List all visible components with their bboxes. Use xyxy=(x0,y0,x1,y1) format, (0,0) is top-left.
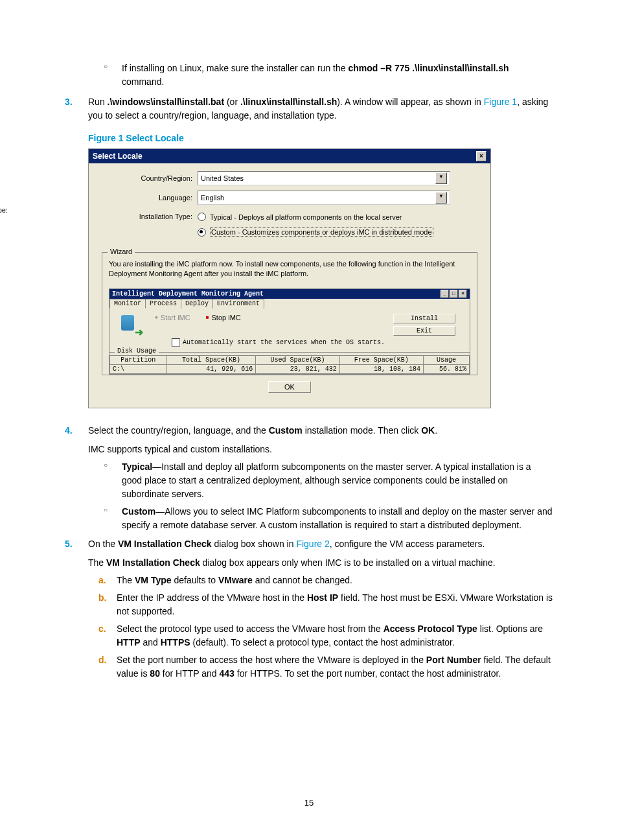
radio-typical-label: Typical - Deploys all platform component… xyxy=(210,213,402,221)
text: Custom xyxy=(269,425,303,436)
tab-process[interactable]: Process xyxy=(145,299,181,309)
language-combo[interactable]: English ▼ xyxy=(198,191,450,205)
maximize-icon[interactable]: □ xyxy=(450,290,458,298)
text: HTTP xyxy=(117,637,141,648)
text: defaults to xyxy=(172,575,218,585)
radio-typical[interactable] xyxy=(198,213,206,221)
text: for HTTPS. To set the port number, conta… xyxy=(235,668,501,679)
cell: 23, 821, 432 xyxy=(256,364,339,373)
install-button[interactable]: Install xyxy=(393,314,455,323)
step-marker: 4. xyxy=(65,424,73,438)
text: The xyxy=(117,575,135,585)
text: and xyxy=(141,637,161,648)
text: list. Options are xyxy=(477,624,543,634)
cell: C:\ xyxy=(110,364,167,373)
inner-window-title: Intelligent Deployment Monitoring Agent xyxy=(112,290,264,298)
cell: 41, 929, 616 xyxy=(166,364,256,373)
ok-button[interactable]: OK xyxy=(268,381,311,393)
text: . xyxy=(435,425,437,436)
chevron-down-icon[interactable]: ▼ xyxy=(435,172,447,184)
radio-custom[interactable] xyxy=(198,228,206,237)
text: 80 xyxy=(150,668,160,679)
text: (default). To select a protocol type, co… xyxy=(190,637,455,648)
text: Set the port number to access the host w… xyxy=(117,655,426,665)
col-free: Free Space(KB) xyxy=(339,355,423,364)
select-locale-dialog: Select Locale × Country/Region: United S… xyxy=(88,148,491,408)
text: Run xyxy=(88,97,108,107)
text: installation mode. Then click xyxy=(303,425,421,436)
col-partition: Partition xyxy=(110,355,167,364)
alpha-marker: d. xyxy=(98,653,106,667)
col-total: Total Space(KB) xyxy=(166,355,256,364)
text: —Allows you to select IMC Platform subco… xyxy=(122,506,553,530)
command-text: chmod –R 775 .\linux\install\install.sh xyxy=(348,63,509,73)
text: If installing on Linux, make sure the in… xyxy=(122,63,348,73)
custom-bullet: Custom—Allows you to select IMC Platform… xyxy=(104,505,553,532)
text: ). A window will appear, as shown in xyxy=(337,97,483,107)
alpha-marker: a. xyxy=(98,574,106,587)
country-combo[interactable]: United States ▼ xyxy=(198,171,450,185)
minimize-icon[interactable]: _ xyxy=(441,290,449,298)
dialog-title: Select Locale xyxy=(93,152,143,161)
cell: 56. 81% xyxy=(424,364,470,373)
autostart-checkbox[interactable] xyxy=(172,338,180,347)
disk-usage-legend: Disk Usage xyxy=(115,347,159,355)
figure-caption: Figure 1 Select Locale xyxy=(88,133,553,143)
step-5c: c. Select the protocol type used to acce… xyxy=(98,622,553,649)
text: On the xyxy=(88,539,118,549)
text: for HTTP and xyxy=(160,668,220,679)
dialog-title-bar: Select Locale × xyxy=(89,149,490,163)
autostart-label: Automatically start the services when th… xyxy=(183,339,385,346)
text: Select the country/region, language, and… xyxy=(88,425,269,436)
text: —Install and deploy all platform subcomp… xyxy=(122,461,531,499)
command-text: .\windows\install\install.bat xyxy=(108,97,224,107)
text: Port Number xyxy=(426,655,481,665)
command-text: .\linux\install\install.sh xyxy=(240,97,337,107)
step-5d: d. Set the port number to access the hos… xyxy=(98,653,553,681)
country-label: Country/Region: xyxy=(102,174,198,182)
figure-link[interactable]: Figure 1 xyxy=(484,97,517,107)
language-label: Language: xyxy=(102,194,198,202)
figure-link[interactable]: Figure 2 xyxy=(296,539,329,549)
step-5b: b. Enter the IP address of the VMware ho… xyxy=(98,591,553,618)
text: The xyxy=(88,557,106,568)
tab-deploy[interactable]: Deploy xyxy=(181,299,213,309)
text: IMC supports typical and custom installa… xyxy=(88,443,553,456)
cell: 18, 108, 184 xyxy=(339,364,423,373)
text: Select the protocol type used to access … xyxy=(117,624,383,634)
country-value: United States xyxy=(201,174,244,182)
text: Custom xyxy=(122,506,155,517)
page-number: 15 xyxy=(0,798,618,808)
text: Access Protocol Type xyxy=(383,624,477,634)
step-5a: a. The VM Type defaults to VMware and ca… xyxy=(98,574,553,587)
text: Typical xyxy=(122,461,152,472)
monitoring-agent-window: Intelligent Deployment Monitoring Agent … xyxy=(109,288,470,375)
exit-button[interactable]: Exit xyxy=(393,326,455,336)
col-used: Used Space(KB) xyxy=(256,355,339,364)
start-imc-button: Start iMC xyxy=(155,314,190,321)
stop-imc-button[interactable]: Stop iMC xyxy=(206,314,241,321)
text: dialog box appears only when IMC is to b… xyxy=(200,557,496,568)
close-icon[interactable]: × xyxy=(459,290,467,298)
text: and cannot be changed. xyxy=(253,575,352,585)
install-type-label: Installation Type: xyxy=(0,206,13,214)
tab-monitor[interactable]: Monitor xyxy=(109,299,146,309)
text: VM Installation Check xyxy=(118,539,212,549)
text: command. xyxy=(122,76,164,87)
chevron-down-icon[interactable]: ▼ xyxy=(435,192,447,204)
tab-environment[interactable]: Environment xyxy=(212,299,264,309)
close-icon[interactable]: × xyxy=(476,151,486,161)
language-value: English xyxy=(201,194,224,202)
disk-usage-table: Partition Total Space(KB) Used Space(KB)… xyxy=(109,355,470,374)
text: , configure the VM access parameters. xyxy=(330,539,485,549)
text: VM Installation Check xyxy=(106,557,200,568)
wizard-text: You are installing the iMC platform now.… xyxy=(109,259,470,279)
col-usage: Usage xyxy=(424,355,470,364)
step-4: 4. Select the country/region, language, … xyxy=(65,424,553,456)
text: dialog box shown in xyxy=(212,539,297,549)
alpha-marker: b. xyxy=(98,591,106,605)
alpha-marker: c. xyxy=(98,622,106,636)
radio-custom-label: Custom - Customizes components or deploy… xyxy=(210,228,433,237)
text: Host IP xyxy=(307,592,338,603)
step-marker: 5. xyxy=(65,537,73,551)
